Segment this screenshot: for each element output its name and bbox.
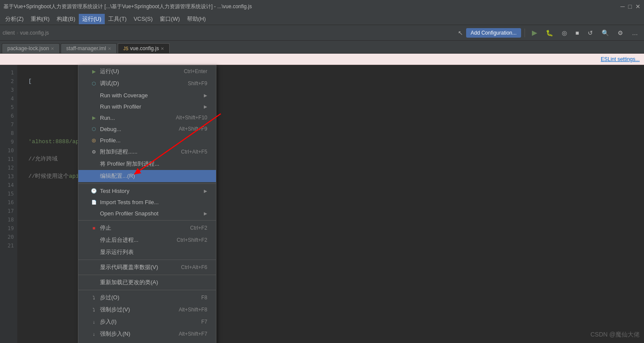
sep3 bbox=[78, 260, 216, 260]
tab-vue-config[interactable]: JS vue.config.js ✕ bbox=[118, 43, 170, 53]
profile-dots-icon: ◎ bbox=[90, 137, 97, 144]
step-over-icon: ⤵ bbox=[90, 294, 97, 301]
import-icon: 📄 bbox=[90, 199, 97, 205]
menu-run[interactable]: 运行(U) bbox=[79, 14, 105, 24]
menu-window[interactable]: 窗口(W) bbox=[156, 14, 184, 24]
menu-build[interactable]: 构建(B) bbox=[53, 14, 79, 24]
history-icon: 🕐 bbox=[90, 187, 97, 194]
coverage-data-icon bbox=[90, 264, 97, 271]
menu-analyze[interactable]: 分析(Z) bbox=[2, 14, 27, 24]
menu-help[interactable]: 帮助(H) bbox=[184, 14, 209, 24]
stop-backend-icon bbox=[90, 237, 97, 244]
tab-label: package-lock.json bbox=[7, 45, 49, 51]
edit-config-icon bbox=[90, 173, 97, 180]
maximize-btn[interactable]: □ bbox=[628, 3, 632, 10]
title-right: ─ □ ✕ bbox=[621, 3, 641, 10]
settings-button[interactable]: ⚙ bbox=[614, 28, 627, 38]
menu-test-history[interactable]: 🕐 Test History bbox=[78, 185, 216, 196]
sep5 bbox=[78, 290, 216, 290]
menu-tools[interactable]: 工具(T) bbox=[105, 14, 130, 24]
notification-bar: ESLint settings... bbox=[0, 54, 644, 65]
menu-show-run-list[interactable]: 显示运行列表 bbox=[78, 246, 216, 258]
menu-debug-d[interactable]: ⬡ 调试(D) Shift+F9 bbox=[78, 77, 216, 90]
run-u-icon: ▶ bbox=[90, 68, 97, 75]
menu-run-coverage[interactable]: Run with Coverage bbox=[78, 90, 216, 101]
tab-close-icon[interactable]: ✕ bbox=[161, 46, 164, 51]
sep4 bbox=[78, 275, 216, 275]
menu-run-dots[interactable]: ▶ Run... Alt+Shift+F10 bbox=[78, 112, 216, 123]
tab-close-icon[interactable]: ✕ bbox=[51, 46, 54, 51]
menu-vcs[interactable]: VCS(S) bbox=[130, 14, 156, 23]
reload-classes-icon bbox=[90, 279, 97, 286]
close-btn[interactable]: ✕ bbox=[635, 3, 641, 10]
breadcrumb-file: vue.config.js bbox=[20, 30, 49, 36]
search-button2[interactable]: 🔍 bbox=[598, 28, 612, 38]
menu-edit-config[interactable]: 编辑配置...(R) bbox=[78, 170, 216, 182]
menu-attach-profiler[interactable]: 将 Profiler 附加到进程... bbox=[78, 158, 216, 170]
editor-area: 1 2 3 4 5 6 7 8 9 10 11 12 13 14 15 16 1… bbox=[0, 65, 644, 343]
menu-open-profiler-snapshot[interactable]: Open Profiler Snapshot bbox=[78, 208, 216, 219]
profile-button[interactable]: ◎ bbox=[558, 28, 570, 38]
menu-force-step-over[interactable]: ⤵ 强制步过(V) Alt+Shift+F8 bbox=[78, 304, 216, 316]
attach-icon: ⚙ bbox=[90, 148, 97, 155]
menu-force-step-into[interactable]: ↓ 强制步入(N) Alt+Shift+F7 bbox=[78, 328, 216, 340]
tab-close-icon[interactable]: ✕ bbox=[108, 46, 111, 51]
menu-refactor[interactable]: 重构(R) bbox=[27, 14, 53, 24]
snapshot-icon bbox=[90, 210, 97, 217]
tabs-bar: package-lock.json ✕ staff-manager.iml ✕ … bbox=[0, 41, 644, 54]
force-step-over-icon: ⤵ bbox=[90, 306, 97, 313]
debug-dots-icon: ⬡ bbox=[90, 125, 97, 132]
profiler-icon bbox=[90, 103, 97, 110]
menu-step-over[interactable]: ⤵ 步过(O) F8 bbox=[78, 292, 216, 304]
menu-step-into[interactable]: ↓ 步入(I) F7 bbox=[78, 316, 216, 328]
sep1 bbox=[78, 183, 216, 184]
step-into-icon: ↓ bbox=[90, 318, 97, 325]
run-list-icon bbox=[90, 249, 97, 256]
reload-button[interactable]: ↺ bbox=[584, 28, 596, 38]
coverage-icon bbox=[90, 92, 97, 99]
debug-button[interactable]: 🐛 bbox=[542, 28, 557, 38]
menu-profile-dots[interactable]: ◎ Profile... bbox=[78, 135, 216, 146]
cursor-icon[interactable]: ↖ bbox=[458, 29, 463, 36]
title-left: 基于Vue+Springboot人力资源管理系统设计 [...\基于Vue+Sp… bbox=[3, 3, 252, 10]
line-numbers: 1 2 3 4 5 6 7 8 9 10 11 12 13 14 15 16 1… bbox=[0, 65, 17, 343]
js-icon: JS bbox=[123, 46, 129, 51]
run-button[interactable]: ▶ bbox=[528, 27, 541, 38]
more-button[interactable]: … bbox=[628, 28, 641, 38]
stop-button[interactable]: ■ bbox=[572, 28, 583, 38]
toolbar: client › vue.config.js ↖ Add Configurati… bbox=[0, 25, 644, 41]
minimize-btn[interactable]: ─ bbox=[621, 3, 625, 10]
menu-import-tests[interactable]: 📄 Import Tests from File... bbox=[78, 196, 216, 208]
tab-label: vue.config.js bbox=[130, 45, 159, 51]
run-dots-icon: ▶ bbox=[90, 114, 97, 121]
title-bar: 基于Vue+Springboot人力资源管理系统设计 [...\基于Vue+Sp… bbox=[0, 0, 644, 13]
force-step-into-icon: ↓ bbox=[90, 330, 97, 337]
tab-staff-manager[interactable]: staff-manager.iml ✕ bbox=[61, 43, 117, 53]
menu-run-profiler[interactable]: Run with Profiler bbox=[78, 101, 216, 112]
sep2 bbox=[78, 220, 216, 221]
breadcrumb-client: client bbox=[3, 30, 15, 36]
menu-stop-backend[interactable]: 停止后台进程... Ctrl+Shift+F2 bbox=[78, 234, 216, 246]
run-dropdown-menu: ▶ 运行(U) Ctrl+Enter ⬡ 调试(D) Shift+F9 Run … bbox=[78, 65, 216, 343]
menu-bar: 分析(Z) 重构(R) 构建(B) 运行(U) 工具(T) VCS(S) 窗口(… bbox=[0, 13, 644, 25]
debug-d-icon: ⬡ bbox=[90, 80, 97, 87]
menu-debug-dots[interactable]: ⬡ Debug... Alt+Shift+F9 bbox=[78, 123, 216, 135]
eslint-settings-link[interactable]: ESLint settings... bbox=[601, 56, 640, 62]
menu-attach-process[interactable]: ⚙ 附加到进程...... Ctrl+Alt+F5 bbox=[78, 146, 216, 158]
app-title: 基于Vue+Springboot人力资源管理系统设计 [...\基于Vue+Sp… bbox=[3, 3, 252, 10]
tab-package-lock[interactable]: package-lock.json ✕ bbox=[2, 43, 60, 53]
add-config-button[interactable]: Add Configuration... bbox=[466, 28, 521, 38]
menu-reload-classes[interactable]: 重新加载已更改的类(A) bbox=[78, 276, 216, 289]
attach-profiler-icon bbox=[90, 160, 97, 167]
menu-show-coverage[interactable]: 显示代码覆盖率数据(V) Ctrl+Alt+F6 bbox=[78, 261, 216, 273]
menu-smart-step-into[interactable]: ↓ 智能步入(P) Shift+F7 bbox=[78, 340, 216, 343]
menu-run-u[interactable]: ▶ 运行(U) Ctrl+Enter bbox=[78, 65, 216, 77]
stop-icon: ■ bbox=[90, 224, 97, 231]
watermark: CSDN @魔仙大佬 bbox=[590, 331, 640, 339]
menu-stop[interactable]: ■ 停止 Ctrl+F2 bbox=[78, 222, 216, 234]
tab-label: staff-manager.iml bbox=[66, 45, 106, 51]
